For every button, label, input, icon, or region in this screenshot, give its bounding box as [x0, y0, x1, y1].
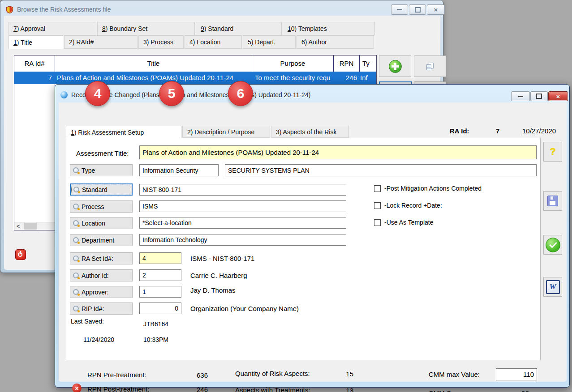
- type-description-field[interactable]: SECURITY SYSTEMS PLAN: [225, 164, 537, 176]
- ra-set-lookup-button[interactable]: RA Set Id#:: [70, 252, 133, 264]
- column-header-type[interactable]: Ty: [360, 55, 377, 72]
- export-word-button[interactable]: W: [543, 277, 562, 297]
- help-button[interactable]: ?: [543, 142, 562, 162]
- browse-minimize-button[interactable]: [391, 4, 408, 15]
- department-lookup-button[interactable]: Department: [70, 234, 133, 246]
- department-field[interactable]: Information Technology: [139, 234, 346, 246]
- column-header-rpn[interactable]: RPN: [334, 55, 359, 72]
- tab-templates[interactable]: 10) Templates: [283, 22, 375, 35]
- magnifier-icon: [73, 306, 79, 311]
- ra-id-value: 7: [496, 127, 499, 135]
- tab-boundary-set[interactable]: 8) Boundary Set: [97, 22, 195, 35]
- tab-location[interactable]: 4) Location: [185, 35, 242, 49]
- checkbox-lock-record[interactable]: -Lock Record +Date:: [374, 202, 442, 209]
- author-lookup-button[interactable]: Author Id:: [70, 269, 133, 281]
- magnifier-icon: [73, 204, 79, 209]
- author-name: Carrie C. Haarberg: [190, 272, 247, 279]
- record-close-button[interactable]: ×: [548, 91, 568, 101]
- browse-close-button[interactable]: ×: [427, 4, 445, 15]
- tab-aspects-of-risk[interactable]: 3) Aspects of the Risk: [271, 126, 349, 138]
- location-field[interactable]: *Select-a-location: [139, 217, 346, 229]
- cell-purpose: To meet the security requ: [255, 72, 333, 84]
- tab-approval[interactable]: 7) Approval: [9, 22, 96, 35]
- cmm-max-field[interactable]: 110: [496, 368, 537, 380]
- rpn-pre-value: 636: [181, 371, 208, 379]
- annotation-badge-6: 6: [228, 81, 253, 106]
- scrollbar-thumb[interactable]: [24, 223, 37, 230]
- cmm-max-label: CMM max Value:: [429, 371, 480, 378]
- rpn-pre-label: RPN Pre-treatment:: [87, 371, 146, 379]
- magnifier-icon: [73, 220, 79, 226]
- author-field[interactable]: 2: [139, 269, 181, 281]
- globe-icon: [60, 91, 68, 98]
- checkbox-box: [374, 185, 381, 192]
- desktop: Browse the Risk Assessments file × 7) Ap…: [0, 0, 572, 392]
- rip-lookup-button[interactable]: RIP Id#:: [70, 303, 133, 315]
- maximize-icon: [415, 7, 421, 13]
- rpn-post-label: RPN Post-treatment:: [87, 385, 149, 392]
- tab-description-purpose[interactable]: 2) Description / Purpose: [182, 126, 270, 138]
- annotation-badge-4: 4: [85, 81, 110, 106]
- floppy-disk-icon: [547, 196, 558, 206]
- type-lookup-button[interactable]: Type: [70, 164, 133, 176]
- magnifier-icon: [73, 256, 79, 261]
- standard-field[interactable]: NIST-800-171: [139, 184, 346, 196]
- copy-record-button[interactable]: [414, 55, 446, 77]
- ra-date-value: 10/27/2020: [522, 127, 556, 135]
- cell-title: Plans of Action and Milestones (POAMs) U…: [57, 72, 251, 84]
- process-lookup-button[interactable]: Process: [70, 200, 133, 213]
- table-row-selected[interactable]: 7 Plans of Action and Milestones (POAMs)…: [14, 72, 376, 84]
- checkbox-use-as-template[interactable]: -Use As Template: [374, 219, 433, 226]
- exit-button[interactable]: [15, 249, 26, 260]
- record-minimize-button[interactable]: [511, 91, 530, 101]
- location-lookup-button[interactable]: Location: [70, 217, 133, 229]
- ok-button[interactable]: [543, 235, 562, 255]
- record-maximize-button[interactable]: [530, 91, 548, 101]
- power-icon: [15, 249, 26, 260]
- close-icon: ×: [434, 6, 438, 13]
- record-window: Record Will Be Changed (Plans of Action …: [55, 84, 570, 388]
- standard-lookup-button[interactable]: Standard: [70, 183, 133, 196]
- qty-aspects-label: Quantity of Risk Aspects:: [235, 370, 310, 377]
- approver-field[interactable]: 1: [139, 286, 181, 298]
- cell-rpn: 246: [334, 72, 357, 84]
- add-record-button[interactable]: [379, 55, 411, 77]
- cell-type: Inf: [360, 72, 376, 84]
- column-header-ra-id[interactable]: RA Id#: [14, 55, 55, 72]
- scroll-left-arrow[interactable]: <: [14, 222, 22, 230]
- tab-risk-assessment-setup[interactable]: 1) Risk Assessment Setup: [66, 126, 181, 138]
- rip-description: Organization (Your Company Name): [190, 305, 299, 312]
- ra-id-label: RA Id:: [450, 127, 469, 135]
- column-header-purpose[interactable]: Purpose: [252, 55, 333, 72]
- rpn-post-value: 246: [181, 386, 208, 392]
- approver-lookup-button[interactable]: Approver:: [70, 286, 133, 298]
- ra-set-field[interactable]: 4: [139, 252, 181, 264]
- tab-depart[interactable]: 5) Depart.: [243, 35, 296, 49]
- word-icon: W: [546, 280, 560, 294]
- assessment-title-field[interactable]: Plans of Action and Milestones (POAMs) U…: [139, 145, 537, 159]
- process-field[interactable]: ISMS: [139, 200, 346, 212]
- browse-window-title: Browse the Risk Assessments file: [17, 6, 111, 13]
- assessment-title-label: Assessment Title:: [76, 149, 129, 157]
- minimize-icon: [518, 96, 523, 97]
- risk-assessment-setup-panel: Assessment Title: Plans of Action and Mi…: [66, 138, 541, 360]
- tab-raid[interactable]: 2) RAId#: [64, 35, 138, 49]
- checkbox-box: [374, 202, 381, 209]
- magnifier-icon: [73, 237, 79, 243]
- rip-field[interactable]: 0: [139, 303, 181, 314]
- column-header-title[interactable]: Title: [55, 55, 252, 72]
- checkbox-post-mitigation[interactable]: -Post Mitigation Actions Completed: [374, 185, 482, 192]
- cancel-button[interactable]: ×: [72, 383, 82, 392]
- magnifier-icon: [73, 187, 79, 192]
- browse-maximize-button[interactable]: [409, 4, 426, 15]
- tab-standard[interactable]: 9) Standard: [196, 22, 282, 35]
- type-field[interactable]: Information Security: [139, 164, 219, 176]
- tab-title[interactable]: 1) Title: [9, 35, 63, 49]
- green-check-icon: [546, 238, 560, 252]
- save-button[interactable]: [543, 191, 562, 211]
- approver-name: Jay D. Thomas: [190, 286, 236, 294]
- tab-author[interactable]: 6) Author: [297, 35, 374, 49]
- magnifier-icon: [73, 273, 79, 278]
- magnifier-icon: [73, 167, 79, 173]
- tab-process[interactable]: 3) Process: [138, 35, 184, 49]
